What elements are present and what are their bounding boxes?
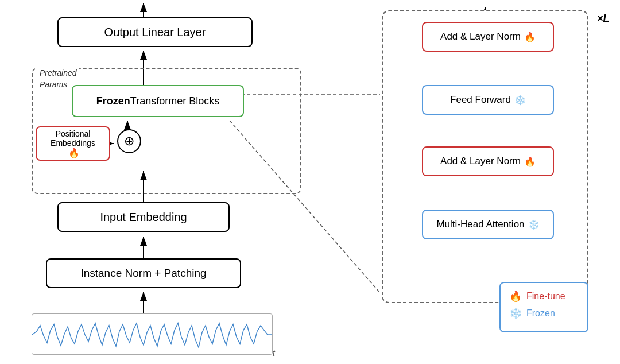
timeseries-box [32,313,273,355]
timeseries-wave [32,314,273,355]
feed-forward-label: Feed Forward [450,94,511,106]
frozen-transformer-box: Frozen Transformer Blocks [72,85,244,117]
add-layer-norm-mid-label: Add & Layer Norm [440,156,521,167]
instance-norm-box: Instance Norm + Patching [46,258,241,288]
times-l-label: ×L [597,13,610,25]
legend-box: 🔥 Fine-tune ❄️ Frozen [499,282,588,332]
add-layer-norm-top-label: Add & Layer Norm [440,31,521,42]
fire-icon-mid: 🔥 [524,156,536,167]
positional-embeddings-box: Positional Embeddings 🔥 [36,126,110,161]
output-linear-label: Output Linear Layer [104,26,206,39]
diagram-container: Output Linear Layer Pretrained Params Fr… [0,0,620,364]
fire-icon-top: 🔥 [524,32,536,42]
fire-icon-positional: 🔥 [68,148,80,158]
output-linear-box: Output Linear Layer [57,17,253,47]
frozen-label: Frozen [96,95,130,107]
snowflake-icon-mha: ❄️ [528,219,540,230]
legend-frozen: ❄️ Frozen [509,307,579,320]
input-embedding-box: Input Embedding [57,202,230,232]
input-embedding-label: Input Embedding [100,211,187,224]
legend-finetune-label: Fine-tune [526,291,565,301]
instance-norm-label: Instance Norm + Patching [80,267,206,280]
multi-head-attention-box: Multi-Head Attention ❄️ [422,210,554,239]
transformer-blocks-label: Transformer Blocks [130,95,219,107]
plus-circle: ⊕ [117,129,141,153]
add-layer-norm-top-box: Add & Layer Norm 🔥 [422,22,554,52]
add-layer-norm-mid-box: Add & Layer Norm 🔥 [422,146,554,176]
legend-fire-icon: 🔥 [509,290,522,303]
legend-finetune: 🔥 Fine-tune [509,290,579,303]
snowflake-icon-ff: ❄️ [514,95,526,106]
multi-head-attention-label: Multi-Head Attention [436,219,524,230]
timeseries-t-label: t [273,348,275,358]
positional-label: Positional Embeddings [51,129,95,148]
legend-frozen-label: Frozen [526,308,555,319]
plus-symbol: ⊕ [124,134,134,149]
legend-snowflake-icon: ❄️ [509,307,522,320]
feed-forward-box: Feed Forward ❄️ [422,85,554,115]
